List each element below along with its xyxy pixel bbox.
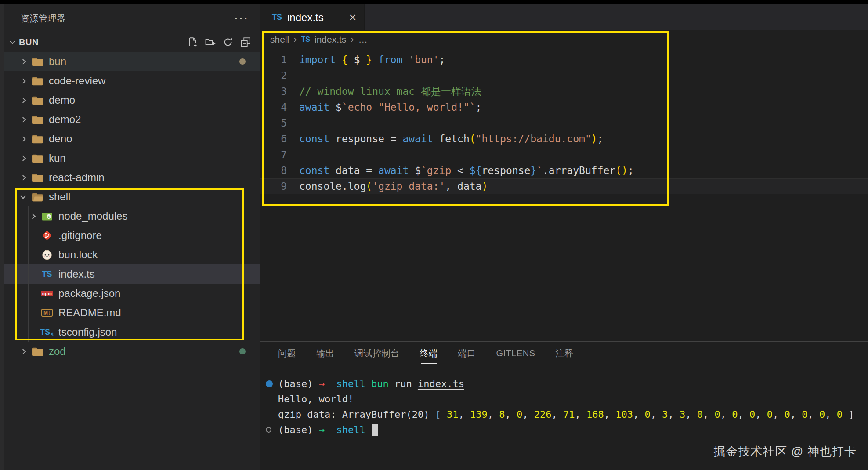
folder-open-icon — [30, 192, 44, 202]
terminal-line: (base) → shell — [260, 422, 868, 437]
new-file-icon[interactable] — [188, 37, 198, 47]
bun-icon — [40, 249, 54, 260]
tree-item-code-review[interactable]: code-review — [4, 71, 260, 90]
chevron-right-icon[interactable] — [20, 78, 26, 84]
code-line[interactable]: 3// window linux mac 都是一样语法 — [260, 83, 868, 99]
code-text: import { $ } from 'bun'; — [287, 52, 445, 68]
code-text: console.log('gzip data:', data) — [287, 179, 488, 194]
code-line[interactable]: 7 — [260, 147, 868, 163]
bottom-panel: 问题输出调试控制台终端端口GITLENS注释 (base) → shell bu… — [260, 341, 868, 470]
chevron-right-icon[interactable] — [20, 175, 26, 181]
terminal[interactable]: (base) → shell bun run index.tsHello, wo… — [260, 376, 868, 437]
code-text: // window linux mac 都是一样语法 — [287, 83, 481, 99]
tsconfig-icon: TS — [40, 328, 54, 337]
panel-tab-调试控制台[interactable]: 调试控制台 — [354, 343, 400, 364]
panel-tab-输出[interactable]: 输出 — [316, 343, 334, 364]
section-toolbar — [188, 37, 251, 47]
ts-icon: TS — [40, 270, 54, 279]
explorer-header: 资源管理器 ··· — [4, 4, 260, 33]
code-text — [287, 68, 299, 83]
code-text: const data = await $`gzip < ${response}`… — [287, 163, 634, 178]
tree-item-deno[interactable]: deno — [4, 129, 260, 148]
tree-item-label: bun — [49, 55, 66, 68]
new-folder-icon[interactable] — [205, 37, 216, 47]
close-icon[interactable]: × — [349, 11, 356, 24]
breadcrumb-separator: › — [293, 34, 297, 45]
line-number: 7 — [260, 147, 287, 163]
code-text — [287, 115, 299, 131]
folder-icon — [30, 153, 44, 163]
panel-tab-终端[interactable]: 终端 — [420, 343, 438, 364]
tree-item-.gitignore[interactable]: .gitignore — [4, 226, 260, 245]
line-number: 6 — [260, 131, 287, 147]
tree-item-README.md[interactable]: M↓README.md — [4, 303, 260, 322]
breadcrumb-symbol[interactable]: … — [358, 34, 368, 45]
activity-bar-edge — [0, 4, 4, 470]
tree-item-package.json[interactable]: npmpackage.json — [4, 284, 260, 303]
line-number: 2 — [260, 68, 287, 83]
tree-item-react-admin[interactable]: react-admin — [4, 168, 260, 187]
code-line[interactable]: 1import { $ } from 'bun'; — [260, 52, 868, 68]
tree-item-tsconfig.json[interactable]: TStsconfig.json — [4, 322, 260, 342]
code-line[interactable]: 8const data = await $`gzip < ${response}… — [260, 163, 868, 178]
tree-item-kun[interactable]: kun — [4, 148, 260, 168]
tree-item-node_modules[interactable]: snode_modules — [4, 206, 260, 226]
chevron-right-icon[interactable] — [20, 349, 26, 354]
panel-tab-GITLENS[interactable]: GITLENS — [496, 344, 535, 363]
folder-icon — [30, 57, 44, 67]
chevron-right-icon[interactable] — [20, 98, 26, 103]
panel-tab-注释[interactable]: 注释 — [556, 343, 574, 364]
tree-item-shell[interactable]: shell — [4, 187, 260, 206]
collapse-all-icon[interactable] — [240, 37, 251, 47]
git-icon — [40, 230, 54, 241]
breadcrumb-file[interactable]: index.ts — [315, 34, 346, 45]
editor-tabstrip: TS index.ts × — [260, 4, 868, 30]
chevron-right-icon[interactable] — [30, 213, 36, 219]
tree-item-label: demo2 — [49, 113, 81, 126]
chevron-down-icon[interactable] — [20, 193, 26, 199]
chevron-right-icon[interactable] — [20, 155, 26, 161]
panel-tab-问题[interactable]: 问题 — [278, 343, 296, 364]
tree-item-label: demo — [49, 94, 75, 106]
terminal-cursor — [372, 424, 378, 436]
watermark: 掘金技术社区 @ 神也打卡 — [714, 444, 857, 459]
terminal-line: gzip data: ArrayBuffer(20) [ 31, 139, 8,… — [260, 407, 868, 422]
more-actions-icon[interactable]: ··· — [235, 12, 249, 25]
tree-item-demo2[interactable]: demo2 — [4, 110, 260, 129]
indent-guide — [28, 206, 29, 342]
code-line[interactable]: 4await $`echo "Hello, world!"`; — [260, 99, 868, 115]
git-status-dot — [239, 58, 246, 65]
tree-item-bun[interactable]: bun — [4, 52, 260, 71]
breadcrumb-folder[interactable]: shell — [270, 34, 289, 45]
code-line[interactable]: 9console.log('gzip data:', data) — [260, 178, 868, 194]
section-header-bun[interactable]: BUN — [4, 33, 260, 52]
code-line[interactable]: 5 — [260, 115, 868, 131]
tree-item-label: code-review — [49, 75, 105, 87]
tree-item-label: shell — [49, 191, 70, 203]
tree-item-index.ts[interactable]: TSindex.ts — [4, 264, 260, 284]
breadcrumb[interactable]: shell › TS index.ts › … — [260, 30, 868, 49]
section-label: BUN — [19, 37, 39, 47]
tree-item-bun.lock[interactable]: bun.lock — [4, 245, 260, 264]
git-status-dot — [239, 348, 246, 354]
line-number: 9 — [260, 179, 287, 194]
panel-tab-端口[interactable]: 端口 — [458, 343, 476, 364]
refresh-icon[interactable] — [223, 37, 233, 47]
line-number: 1 — [260, 52, 287, 68]
prompt-circle-icon — [260, 427, 278, 433]
code-line[interactable]: 6const response = await fetch("https://b… — [260, 131, 868, 147]
panel-tabs: 问题输出调试控制台终端端口GITLENS注释 — [260, 342, 868, 365]
tree-item-demo[interactable]: demo — [4, 90, 260, 110]
chevron-right-icon[interactable] — [20, 59, 26, 65]
tree-item-zod[interactable]: zod — [4, 342, 260, 361]
svg-text:s: s — [48, 214, 50, 218]
tree-item-label: tsconfig.json — [58, 326, 117, 338]
code-text — [287, 147, 299, 163]
tree-item-label: deno — [49, 133, 72, 145]
chevron-right-icon[interactable] — [20, 117, 26, 123]
tab-index-ts[interactable]: TS index.ts × — [260, 4, 365, 30]
chevron-right-icon[interactable] — [20, 136, 26, 142]
code-editor[interactable]: 1import { $ } from 'bun';23// window lin… — [260, 49, 868, 194]
chevron-down-icon[interactable] — [10, 39, 15, 44]
code-line[interactable]: 2 — [260, 68, 868, 83]
